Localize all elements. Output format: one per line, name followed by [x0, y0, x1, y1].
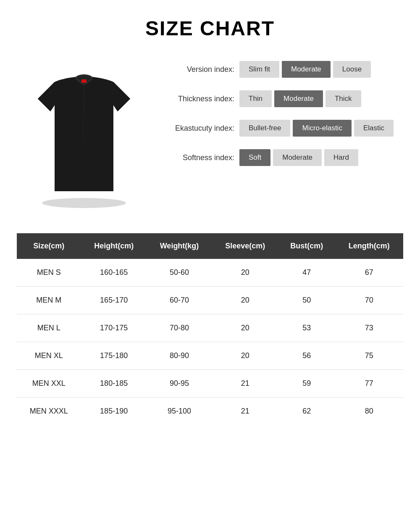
- attribute-label-2: Ekastucuty index:: [168, 124, 239, 133]
- svg-point-0: [42, 198, 126, 208]
- table-row: MEN S160-16550-60204767: [17, 259, 403, 287]
- attributes-section: Version index:Slim fitModerateLooseThick…: [160, 53, 403, 179]
- attribute-label-0: Version index:: [168, 65, 239, 74]
- tshirt-image: [17, 53, 151, 212]
- table-header: Height(cm): [81, 233, 147, 259]
- option-pill[interactable]: Loose: [333, 61, 371, 78]
- page-title: SIZE CHART: [17, 17, 403, 40]
- table-cell: 21: [212, 370, 278, 398]
- table-row: MEN XL175-18080-90205675: [17, 342, 403, 370]
- option-pill[interactable]: Slim fit: [239, 61, 279, 78]
- option-pill[interactable]: Hard: [324, 149, 358, 166]
- option-pill[interactable]: Thick: [326, 90, 361, 107]
- table-cell: 170-175: [81, 314, 147, 342]
- table-cell: 59: [278, 370, 335, 398]
- option-pill[interactable]: Elastic: [354, 120, 394, 137]
- table-cell: 95-100: [147, 398, 212, 425]
- option-pill[interactable]: Moderate: [273, 149, 322, 166]
- svg-rect-2: [81, 79, 87, 83]
- attribute-options-3: SoftModerateHard: [239, 149, 358, 166]
- option-pill[interactable]: Moderate: [282, 61, 331, 78]
- table-cell: MEN S: [17, 259, 81, 287]
- attribute-options-2: Bullet-freeMicro-elasticElastic: [239, 120, 394, 137]
- option-pill[interactable]: Moderate: [274, 90, 323, 107]
- table-cell: 185-190: [81, 398, 147, 425]
- table-header: Weight(kg): [147, 233, 212, 259]
- size-table: Size(cm)Height(cm)Weight(kg)Sleeve(cm)Bu…: [17, 233, 403, 425]
- table-cell: 47: [278, 259, 335, 287]
- table-cell: 20: [212, 287, 278, 314]
- attribute-options-0: Slim fitModerateLoose: [239, 61, 371, 78]
- option-pill[interactable]: Micro-elastic: [293, 120, 351, 137]
- table-cell: 77: [335, 370, 403, 398]
- table-cell: 90-95: [147, 370, 212, 398]
- table-row: MEN L170-17570-80205373: [17, 314, 403, 342]
- table-cell: 21: [212, 398, 278, 425]
- attribute-options-1: ThinModerateThick: [239, 90, 361, 107]
- option-pill[interactable]: Soft: [239, 149, 270, 166]
- table-cell: 70: [335, 287, 403, 314]
- table-cell: 80: [335, 398, 403, 425]
- size-table-container: Size(cm)Height(cm)Weight(kg)Sleeve(cm)Bu…: [17, 233, 403, 425]
- attribute-row-1: Thickness index:ThinModerateThick: [168, 90, 403, 107]
- table-cell: 53: [278, 314, 335, 342]
- table-cell: 165-170: [81, 287, 147, 314]
- table-cell: 180-185: [81, 370, 147, 398]
- table-row: MEN XXXL185-19095-100216280: [17, 398, 403, 425]
- table-cell: 70-80: [147, 314, 212, 342]
- table-row: MEN M165-17060-70205070: [17, 287, 403, 314]
- table-cell: 56: [278, 342, 335, 370]
- table-cell: 62: [278, 398, 335, 425]
- table-header: Length(cm): [335, 233, 403, 259]
- top-section: Version index:Slim fitModerateLooseThick…: [17, 53, 403, 212]
- attribute-row-0: Version index:Slim fitModerateLoose: [168, 61, 403, 78]
- attribute-row-3: Softness index:SoftModerateHard: [168, 149, 403, 166]
- table-cell: MEN L: [17, 314, 81, 342]
- table-cell: 75: [335, 342, 403, 370]
- table-cell: MEN XXL: [17, 370, 81, 398]
- table-header: Bust(cm): [278, 233, 335, 259]
- table-cell: 160-165: [81, 259, 147, 287]
- table-cell: 20: [212, 342, 278, 370]
- attribute-label-3: Softness index:: [168, 153, 239, 162]
- table-cell: 60-70: [147, 287, 212, 314]
- option-pill[interactable]: Thin: [239, 90, 272, 107]
- attribute-label-1: Thickness index:: [168, 95, 239, 103]
- option-pill[interactable]: Bullet-free: [239, 120, 290, 137]
- table-cell: 20: [212, 314, 278, 342]
- table-cell: MEN XXXL: [17, 398, 81, 425]
- table-cell: 67: [335, 259, 403, 287]
- table-header: Size(cm): [17, 233, 81, 259]
- table-cell: 20: [212, 259, 278, 287]
- table-row: MEN XXL180-18590-95215977: [17, 370, 403, 398]
- table-cell: MEN M: [17, 287, 81, 314]
- table-cell: 50-60: [147, 259, 212, 287]
- attribute-row-2: Ekastucuty index:Bullet-freeMicro-elasti…: [168, 120, 403, 137]
- table-header: Sleeve(cm): [212, 233, 278, 259]
- table-cell: 80-90: [147, 342, 212, 370]
- table-cell: 175-180: [81, 342, 147, 370]
- table-cell: 50: [278, 287, 335, 314]
- table-cell: MEN XL: [17, 342, 81, 370]
- table-cell: 73: [335, 314, 403, 342]
